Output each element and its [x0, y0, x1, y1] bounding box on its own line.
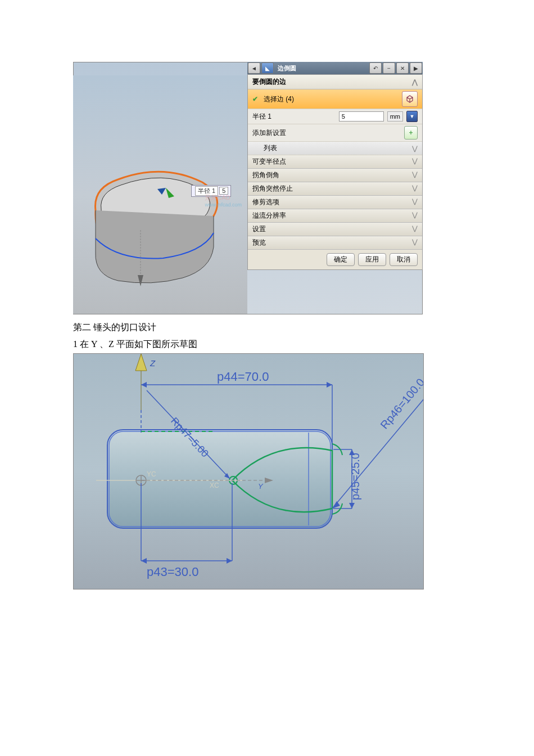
figure-sketch-yz: Y XC YC Z p44=70.0: [73, 353, 424, 590]
chevron-down-icon: ⋁: [412, 145, 418, 152]
cancel-button[interactable]: 取消: [390, 253, 418, 266]
section-overflow[interactable]: 溢流分辨率⋁: [248, 209, 422, 223]
apply-button[interactable]: 应用: [358, 253, 386, 266]
dialog-buttons: 确定 应用 取消: [248, 250, 422, 269]
section-trim-options[interactable]: 修剪选项⋁: [248, 196, 422, 209]
dialog-title: 边倒圆: [278, 64, 296, 73]
chevron-down-icon: ⋁: [412, 211, 418, 220]
check-icon: ✔: [252, 95, 258, 103]
section-corner-chamfer[interactable]: 拐角倒角⋁: [248, 169, 422, 182]
close-button[interactable]: ✕: [396, 62, 409, 74]
minimize-button[interactable]: −: [383, 62, 395, 74]
dim-p43: p43=30.0: [147, 565, 198, 579]
section-corner-stop[interactable]: 拐角突然停止⋁: [248, 182, 422, 196]
radius-input[interactable]: [339, 111, 384, 122]
axis-y-label: Y: [258, 482, 264, 490]
undo-button[interactable]: ↶: [369, 62, 382, 74]
next-button[interactable]: ▶: [410, 62, 422, 74]
dialog-titlebar: ◄ ◣ 边倒圆 ↶ − ✕ ▶: [247, 62, 423, 74]
list-row[interactable]: 列表 ⋁: [248, 142, 422, 155]
chevron-down-icon: ⋁: [412, 238, 418, 248]
caption-section2: 第二 锤头的切口设计: [73, 320, 534, 335]
svg-line-20: [332, 388, 423, 508]
dialog-panel: 要倒圆的边 ⋀ ✔ 选择边 (4) 半径 1 mm ▼ 添加新设置 +: [247, 74, 423, 270]
axis-xc-label: XC: [210, 482, 219, 489]
chevron-down-icon: ⋁: [412, 157, 418, 166]
dim-p44: p44=70.0: [217, 370, 269, 384]
section-preview[interactable]: 预览⋁: [248, 236, 422, 250]
add-set-button[interactable]: +: [404, 126, 418, 140]
select-edge-row[interactable]: ✔ 选择边 (4): [248, 89, 422, 109]
radius-unit: mm: [387, 111, 403, 122]
ok-button[interactable]: 确定: [327, 253, 355, 266]
add-set-row: 添加新设置 +: [248, 124, 422, 142]
axis-yc-label: YC: [147, 470, 156, 478]
viewport-3d[interactable]: 半径 15 兄弟CAD www.mfcad.com: [73, 75, 247, 314]
chevron-down-icon: ⋁: [412, 170, 418, 180]
radius-row: 半径 1 mm ▼: [248, 109, 422, 124]
axis-z-label: Z: [150, 358, 156, 368]
section-variable-radius[interactable]: 可变半径点⋁: [248, 155, 422, 169]
chevron-down-icon: ⋁: [412, 184, 418, 194]
dim-p45: p45=25.0: [349, 453, 361, 500]
select-cube-button[interactable]: [402, 91, 418, 107]
forward-button[interactable]: ◣: [261, 62, 274, 74]
back-button[interactable]: ◄: [248, 62, 260, 74]
caption-step1: 1 在 Y 、Z 平面如下图所示草图: [73, 337, 534, 352]
chevron-down-icon: ⋁: [412, 197, 418, 207]
dim-rp46: Rp46=100.0: [378, 376, 423, 431]
watermark: 兄弟CAD www.mfcad.com: [205, 194, 242, 208]
model-body: [84, 165, 230, 289]
chevron-down-icon: ⋁: [412, 224, 418, 234]
radius-dropdown-button[interactable]: ▼: [406, 111, 418, 122]
section-edges[interactable]: 要倒圆的边 ⋀: [248, 75, 422, 89]
section-settings[interactable]: 设置⋁: [248, 223, 422, 236]
figure-edge-blend: 半径 15 兄弟CAD www.mfcad.com ◄ ◣ 边倒圆 ↶ − ✕ …: [73, 62, 423, 314]
chevron-up-icon: ⋀: [412, 78, 418, 86]
